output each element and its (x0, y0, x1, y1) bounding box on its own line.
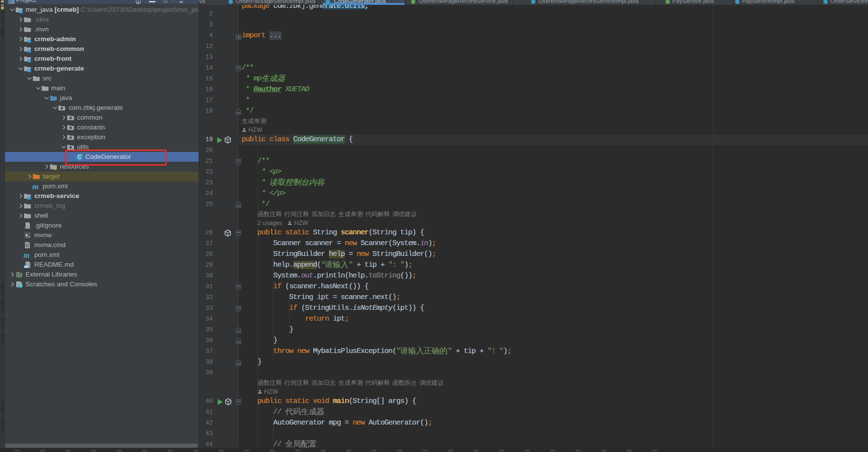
svg-text:m: m (24, 251, 29, 259)
svg-text:m: m (32, 182, 38, 190)
svg-text:MD: MD (25, 265, 29, 268)
